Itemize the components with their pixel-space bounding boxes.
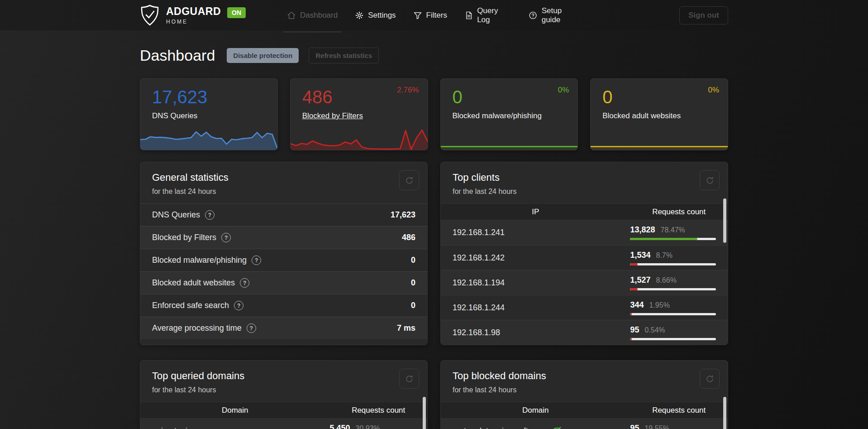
table-header: Domain Requests count [441,402,728,419]
nav-item-query-log[interactable]: Query Log [464,0,512,30]
requests-percent: 78.47% [661,226,685,234]
count-line: 1,527 8.66% [630,275,716,285]
stat-row: Blocked by Filters 486 [140,226,427,249]
stat-row: Average processing time 7 ms [140,317,427,339]
refresh-panel-button[interactable] [399,170,419,190]
stat-row: Blocked adult websites 0 [140,271,427,294]
panel-title: Top queried domains [152,370,415,382]
help-icon[interactable] [234,301,243,310]
row-main-cell: vortex.data.microsoft.com [441,425,630,429]
progress-bar-fill [630,338,631,340]
requests-cell: 344 1.95% [630,300,728,315]
row-label: 192.168.1.194 [453,278,505,288]
stat-value: 7 ms [397,323,415,333]
progress-bar [630,313,716,315]
requests-count: 13,828 [630,225,655,235]
stat-value: 0 [411,301,415,310]
progress-bar [630,338,716,340]
top-clients-table: 192.168.1.241 13,828 78.47% 192.168.1.24… [441,220,728,345]
nav-item-filters[interactable]: Filters [413,0,447,30]
brand-text: ADGUARD HOME [166,6,221,24]
card-dns-queries: 17,623 DNS Queries [140,78,278,150]
column-header-ip: IP [441,207,630,217]
card-label: Blocked malware/phishing [453,111,542,121]
disable-protection-button[interactable]: Disable protection [227,48,299,63]
progress-bar-fill [630,263,637,265]
count-line: 5,450 30.93% [329,424,415,429]
table-row: vortex.data.microsoft.com 95 19.55% [441,419,728,429]
requests-count: 1,534 [630,251,650,260]
refresh-panel-button[interactable] [700,369,720,389]
refresh-icon [405,375,414,383]
nav-item-dashboard[interactable]: Dashboard [287,0,338,30]
query-log-icon [464,11,473,20]
stat-label-wrap: Blocked adult websites [152,278,249,288]
help-icon[interactable] [247,323,256,333]
brand-sub: HOME [166,19,221,24]
home-icon [287,11,296,20]
stat-label: Average processing time [152,323,242,333]
top-queried-domains-panel: Top queried domains for the last 24 hour… [140,360,428,429]
nav-label: Filters [426,11,447,20]
table-row: 192.168.1.244 344 1.95% [441,295,728,320]
scrollbar-thumb[interactable] [723,198,726,243]
refresh-icon [706,176,714,185]
card-percent: 2.76% [397,86,419,95]
stat-value: 486 [402,233,415,242]
shield-logo-icon [140,5,160,26]
help-icon[interactable] [205,210,215,220]
column-header-requests: Requests count [630,207,728,217]
row-label: 192.168.1.242 [453,253,505,263]
requests-count: 1,527 [630,275,650,285]
stat-label: Blocked malware/phishing [152,255,247,265]
refresh-panel-button[interactable] [700,170,720,190]
count-line: 1,534 8.7% [630,251,716,260]
requests-cell: 95 19.55% [630,424,728,429]
top-queried-table: api.entur.io 5,450 30.93% [140,419,427,429]
gear-icon [355,11,364,20]
top-clients-panel: Top clients for the last 24 hours IP Req… [440,162,728,345]
row-main-cell: 192.168.1.242 [441,253,630,263]
blocked-by-filters-link[interactable]: Blocked by Filters [302,111,363,121]
column-header-requests: Requests count [630,406,728,415]
nav-item-setup-guide[interactable]: Setup guide [529,0,581,30]
card-percent: 0% [708,86,719,95]
sign-out-button[interactable]: Sign out [679,6,728,24]
help-icon[interactable] [240,278,249,288]
progress-bar [630,263,716,265]
table-row: api.entur.io 5,450 30.93% [140,419,427,429]
row-main-cell: api.entur.io [140,426,329,429]
help-icon[interactable] [221,233,231,242]
card-blocked-adult: 0% 0 Blocked adult websites [590,78,728,150]
adguard-logo[interactable]: ADGUARD HOME ON [140,5,246,26]
refresh-panel-button[interactable] [399,369,419,389]
refresh-icon [706,375,714,383]
scrollbar-thumb[interactable] [423,397,426,429]
top-navbar: ADGUARD HOME ON Dashboard Settings [0,0,868,30]
scrollbar-thumb[interactable] [723,397,726,429]
row-main-cell: 192.168.1.244 [441,303,630,313]
main-nav: Dashboard Settings Filters [287,0,581,30]
panel-subtitle: for the last 24 hours [453,386,716,394]
stat-label-wrap: Blocked by Filters [152,233,231,242]
stat-label-wrap: Enforced safe search [152,301,243,310]
card-label: DNS Queries [152,111,197,121]
progress-bar [630,288,716,290]
nav-label: Query Log [477,6,511,24]
page-header: Dashboard Disable protection Refresh sta… [140,47,728,64]
protection-status-badge: ON [227,7,246,18]
count-line: 13,828 78.47% [630,225,716,235]
requests-count: 344 [630,300,644,310]
progress-bar-fill [630,288,637,290]
stat-row: DNS Queries 17,623 [140,203,427,226]
requests-cell: 1,534 8.7% [630,251,728,265]
table-row: 192.168.1.242 1,534 8.7% [441,245,728,270]
filter-icon [413,11,422,20]
nav-item-settings[interactable]: Settings [355,0,396,30]
requests-percent: 8.7% [656,251,672,260]
refresh-statistics-button[interactable]: Refresh statistics [309,48,379,63]
page-title: Dashboard [140,47,215,64]
brand-name: ADGUARD [166,6,221,17]
help-icon[interactable] [252,255,261,265]
row-label: api.entur.io [152,426,192,429]
